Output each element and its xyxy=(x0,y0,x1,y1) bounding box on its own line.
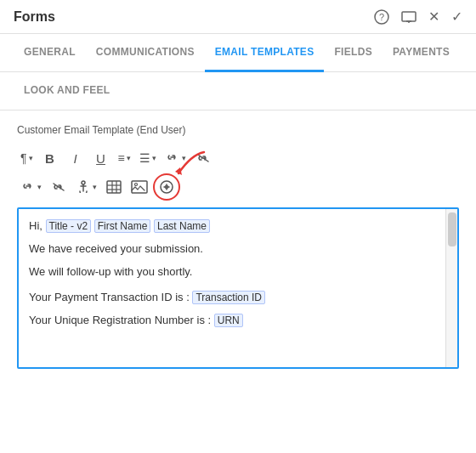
paragraph-icon: ¶ xyxy=(20,151,27,165)
paragraph-dropdown[interactable]: ¶ ▾ xyxy=(17,150,37,167)
bold-button[interactable]: B xyxy=(38,146,62,170)
tabs-row-2: LOOK AND FEEL xyxy=(0,72,476,110)
scrollbar-thumb[interactable] xyxy=(448,212,456,246)
paragraph-chevron: ▾ xyxy=(29,154,33,162)
svg-rect-2 xyxy=(402,12,416,21)
tag-title: Title - v2 xyxy=(46,219,92,233)
editor-scrollbar[interactable] xyxy=(445,209,457,367)
unlink-button[interactable] xyxy=(191,146,215,170)
editor-line-1: Hi, Title - v2 First Name Last Name xyxy=(29,218,435,235)
tab-email-templates[interactable]: EMAIL TEMPLATES xyxy=(205,34,325,72)
align-icon: ≡ xyxy=(118,151,125,165)
template-button[interactable] xyxy=(153,173,180,201)
list-chevron: ▾ xyxy=(152,154,156,162)
tag-first-name: First Name xyxy=(94,219,151,233)
link-dropdown[interactable]: ▾ xyxy=(162,150,190,167)
underline-button[interactable]: U xyxy=(89,146,113,170)
tab-general[interactable]: GENERAL xyxy=(14,34,86,72)
toolbar-row-1: ¶ ▾ B I U ≡ ▾ ☰ ▾ ▾ xyxy=(17,144,459,172)
list-icon: ☰ xyxy=(139,151,150,165)
tag-transaction-id: Transaction ID xyxy=(192,291,265,304)
section-label: Customer Email Template (End User) xyxy=(17,124,459,136)
link2-chevron: ▾ xyxy=(37,183,42,191)
link2-dropdown[interactable]: ▾ xyxy=(17,178,45,196)
image-button[interactable] xyxy=(128,175,151,199)
align-chevron: ▾ xyxy=(127,154,131,162)
editor-area[interactable]: Hi, Title - v2 First Name Last Name We h… xyxy=(17,207,459,369)
help-icon[interactable]: ? xyxy=(374,9,389,25)
link-icon xyxy=(165,151,180,166)
toolbar-row-2: ▾ ▾ xyxy=(17,172,459,202)
tag-urn: URN xyxy=(214,314,243,327)
unlink2-button[interactable] xyxy=(47,175,71,199)
editor-content[interactable]: Hi, Title - v2 First Name Last Name We h… xyxy=(19,209,445,367)
screen-icon[interactable] xyxy=(401,11,416,23)
tabs-row-1: GENERAL COMMUNICATIONS EMAIL TEMPLATES F… xyxy=(0,34,476,72)
tab-fields[interactable]: FIELDS xyxy=(324,34,382,72)
window-icons: ? ✕ ✓ xyxy=(374,8,462,25)
editor-line-5: Your Unique Registration Number is : URN xyxy=(29,312,435,330)
window-header: Forms ? ✕ ✓ xyxy=(0,0,476,34)
svg-rect-7 xyxy=(107,181,121,193)
tag-last-name: Last Name xyxy=(154,219,210,233)
check-icon[interactable]: ✓ xyxy=(451,8,462,25)
editor-hi: Hi, xyxy=(29,219,46,232)
template-button-wrapper xyxy=(153,173,180,201)
anchor-chevron: ▾ xyxy=(93,183,97,191)
italic-button[interactable]: I xyxy=(64,146,88,170)
tab-communications[interactable]: COMMUNICATIONS xyxy=(86,34,205,72)
window-title: Forms xyxy=(14,9,55,25)
anchor-icon xyxy=(76,179,91,195)
svg-text:?: ? xyxy=(379,12,384,22)
close-icon[interactable]: ✕ xyxy=(428,8,439,25)
link-chevron: ▾ xyxy=(182,154,186,162)
table-button[interactable] xyxy=(102,175,126,199)
link2-icon xyxy=(20,180,36,195)
editor-line-4: Your Payment Transaction ID is : Transac… xyxy=(29,289,435,307)
editor-line-2: We have received your submission. xyxy=(29,241,435,258)
tab-payments[interactable]: PAYMENTS xyxy=(382,34,460,72)
list-dropdown[interactable]: ☰ ▾ xyxy=(136,150,160,167)
svg-point-13 xyxy=(135,184,138,186)
editor-line-3: We will follow-up with you shortly. xyxy=(29,263,435,281)
align-dropdown[interactable]: ≡ ▾ xyxy=(115,150,134,167)
anchor-dropdown[interactable]: ▾ xyxy=(72,178,100,197)
tab-look-and-feel[interactable]: LOOK AND FEEL xyxy=(14,72,120,110)
main-content: Customer Email Template (End User) ¶ ▾ B… xyxy=(0,110,476,382)
